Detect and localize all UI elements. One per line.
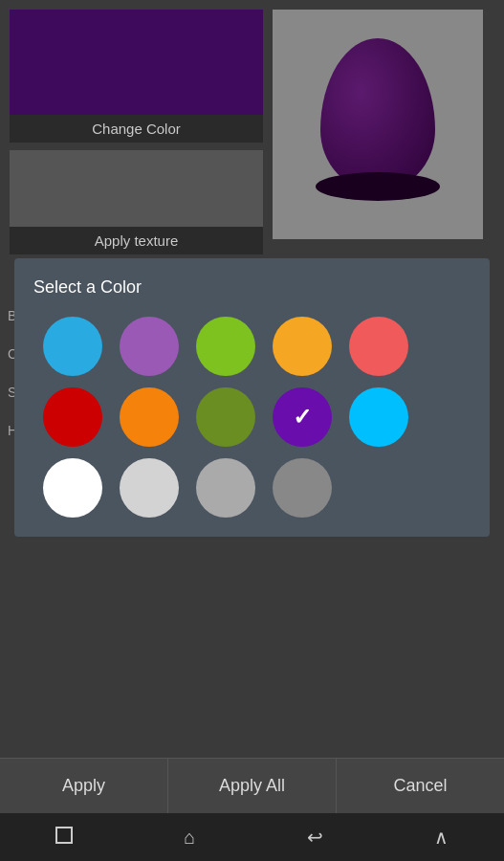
apply-all-button[interactable]: Apply All xyxy=(168,759,337,813)
home-icon[interactable]: ⌂ xyxy=(184,827,195,849)
color-orange-yellow[interactable] xyxy=(273,317,332,376)
apply-texture-label: Apply texture xyxy=(10,227,263,254)
color-coral-red[interactable] xyxy=(349,317,408,376)
color-olive-green[interactable] xyxy=(196,387,255,447)
change-color-label: Change Color xyxy=(10,115,263,143)
color-dark-purple[interactable] xyxy=(273,387,332,447)
avatar-egg xyxy=(320,38,435,191)
color-row-2 xyxy=(43,387,408,447)
color-swatch[interactable] xyxy=(10,10,263,115)
bottom-buttons: Apply Apply All Cancel xyxy=(0,758,504,813)
dialog-title: Select a Color xyxy=(33,277,471,298)
color-dark-gray[interactable] xyxy=(273,458,332,518)
color-red[interactable] xyxy=(43,387,102,447)
cancel-button[interactable]: Cancel xyxy=(337,759,504,813)
color-light-gray[interactable] xyxy=(120,458,179,518)
color-medium-gray[interactable] xyxy=(196,458,255,518)
color-purple[interactable] xyxy=(120,317,179,376)
nav-bar: ⌂ ↩ ∧ xyxy=(0,813,504,861)
texture-area[interactable] xyxy=(10,150,263,227)
menu-icon[interactable]: ∧ xyxy=(434,826,449,849)
color-orange[interactable] xyxy=(120,387,179,447)
avatar-preview xyxy=(273,10,483,239)
color-white[interactable] xyxy=(43,458,102,518)
color-row-3 xyxy=(43,458,332,518)
avatar-base xyxy=(316,172,440,201)
color-sky-blue[interactable] xyxy=(43,317,102,376)
left-panel: Change Color Apply texture xyxy=(10,10,263,254)
color-lime-green[interactable] xyxy=(196,317,255,376)
color-picker-dialog: Select a Color xyxy=(14,258,490,537)
apply-button[interactable]: Apply xyxy=(0,759,168,813)
back-icon[interactable]: ↩ xyxy=(307,826,323,849)
top-section: Change Color Apply texture xyxy=(0,0,504,264)
recent-apps-icon[interactable] xyxy=(55,827,73,849)
color-cyan[interactable] xyxy=(349,387,408,447)
color-row-1 xyxy=(43,317,408,376)
color-grid xyxy=(33,317,471,518)
